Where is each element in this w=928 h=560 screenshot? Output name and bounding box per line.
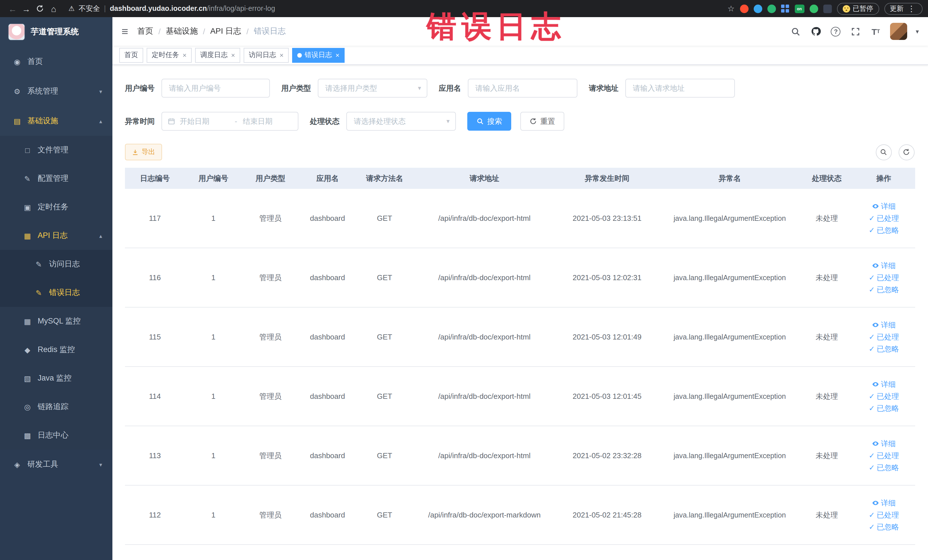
action-ignored[interactable]: ✓ 已忽略 [868,284,899,295]
action-detail[interactable]: 详细 [872,379,896,389]
browser-back-icon[interactable]: ← [6,2,20,15]
breadcrumb-api-logs[interactable]: API 日志 [210,26,241,37]
extension-icon-red[interactable] [740,4,748,13]
close-icon[interactable]: × [335,51,339,59]
browser-home-icon[interactable]: ⌂ [47,2,61,15]
close-icon[interactable]: × [182,51,186,59]
cell-status: 未处理 [801,391,852,401]
user-id-input[interactable] [162,79,269,97]
sidebar-item-redis-monitor[interactable]: ◆ Redis 监控 [0,336,112,364]
process-status-select-input[interactable] [347,112,455,130]
tab-access-logs[interactable]: 访问日志 × [244,48,289,63]
export-button[interactable]: 导出 [125,144,162,160]
extension-icon-green-circle[interactable] [767,4,776,13]
extension-icon-dark[interactable] [823,4,832,13]
action-ignored-label: 已忽略 [877,344,899,354]
action-processed[interactable]: ✓ 已处理 [868,510,899,520]
extension-icon-blue-drop[interactable] [753,4,762,13]
not-secure-warning-icon: ⚠ [69,5,75,12]
action-ignored[interactable]: ✓ 已忽略 [868,225,899,235]
sidebar-item-file-management[interactable]: □ 文件管理 [0,136,112,164]
sidebar-item-infrastructure[interactable]: ▤ 基础设施 ▴ [0,106,112,136]
action-ignored[interactable]: ✓ 已忽略 [868,462,899,473]
sidebar-item-link-tracing[interactable]: ◎ 链路追踪 [0,392,112,421]
check-icon: ✓ [868,392,875,401]
action-processed[interactable]: ✓ 已处理 [868,450,899,461]
breadcrumb-infrastructure[interactable]: 基础设施 [166,26,198,37]
sidebar-item-java-monitor[interactable]: ▧ Java 监控 [0,364,112,392]
user-avatar[interactable] [890,23,907,40]
request-url-input[interactable] [626,79,734,97]
sidebar-item-home[interactable]: ◉ 首页 [0,47,112,76]
sidebar-item-api-logs[interactable]: ▦ API 日志 ▴ [0,221,112,250]
sidebar-item-access-logs[interactable]: ✎ 访问日志 [0,250,112,278]
sidebar-item-dev-tools[interactable]: ◈ 研发工具 ▾ [0,450,112,479]
cell-app-name: dashboard [299,511,356,519]
user-type-select-input[interactable] [318,79,427,97]
extension-icon-grid[interactable] [781,4,789,13]
search-icon [476,117,484,125]
action-detail-label: 详细 [881,379,896,389]
action-detail[interactable]: 详细 [872,498,896,508]
action-ignored-label: 已忽略 [877,225,899,235]
browser-refresh-icon[interactable] [33,2,47,15]
action-processed[interactable]: ✓ 已处理 [868,272,899,283]
breadcrumb-home[interactable]: 首页 [137,26,153,37]
cell-user-type: 管理员 [242,510,299,520]
close-icon[interactable]: × [230,51,235,59]
cell-user-id: 1 [185,273,242,282]
sidebar-item-mysql-monitor[interactable]: ▦ MySQL 监控 [0,307,112,336]
action-ignored[interactable]: ✓ 已忽略 [868,522,899,532]
sidebar-logo[interactable]: 芋道管理系统 [0,17,112,47]
cell-log-id: 115 [125,333,185,341]
help-icon[interactable]: ? [830,26,841,37]
tab-error-logs[interactable]: 错误日志 × [292,48,345,63]
tab-dispatch-logs[interactable]: 调度日志 × [195,48,240,63]
hamburger-icon[interactable]: ≡ [122,26,128,37]
action-ignored[interactable]: ✓ 已忽略 [868,403,899,414]
sidebar-item-config-management[interactable]: ✎ 配置管理 [0,164,112,193]
exception-time-range-picker[interactable]: 开始日期 - 结束日期 [162,112,298,131]
browser-forward-icon[interactable]: → [20,2,33,15]
avatar-caret-icon[interactable]: ▾ [916,27,919,35]
app-name-input[interactable] [469,79,577,97]
action-detail[interactable]: 详细 [872,438,896,449]
toggle-search-button[interactable] [876,144,891,160]
sidebar-item-scheduled-tasks[interactable]: ▣ 定时任务 [0,193,112,221]
cell-exception-name: java.lang.IllegalArgumentException [658,452,801,459]
refresh-table-button[interactable] [898,144,914,160]
github-icon[interactable] [810,26,821,37]
action-ignored[interactable]: ✓ 已忽略 [868,344,899,354]
tab-home[interactable]: 首页 [119,48,143,63]
tab-scheduled-tasks[interactable]: 定时任务 × [147,48,192,63]
extension-icon-leaf[interactable] [809,4,818,13]
extension-icon-on-badge[interactable]: on [795,4,804,13]
action-processed[interactable]: ✓ 已处理 [868,391,899,401]
check-icon: ✓ [868,511,875,519]
close-icon[interactable]: × [279,51,284,59]
cell-request-url: /api/infra/db-doc/export-html [413,273,556,282]
search-icon[interactable] [790,26,801,37]
cell-actions: 详细 ✓ 已处理 ✓ 已忽略 [852,320,915,354]
update-pill-button[interactable]: 更新 ⋮ [884,3,922,15]
app-name-label: 应用名 [439,83,461,93]
fullscreen-icon[interactable] [850,26,862,37]
action-processed[interactable]: ✓ 已处理 [868,332,899,342]
action-detail[interactable]: 详细 [872,320,896,330]
action-detail[interactable]: 详细 [872,261,896,271]
reset-button[interactable]: 重置 [520,112,564,131]
action-processed[interactable]: ✓ 已处理 [868,213,899,223]
user-type-select[interactable]: ▾ [318,79,427,98]
process-status-select[interactable]: ▾ [346,112,456,131]
address-bar[interactable]: ⚠ 不安全 | dashboard.yudao.iocoder.cn/infra… [69,4,275,14]
start-date-placeholder: 开始日期 [180,116,229,127]
bookmark-star-icon[interactable]: ☆ [728,4,734,13]
annotation-error-log: 错误日志 [427,7,566,47]
sidebar-item-log-center[interactable]: ▩ 日志中心 [0,421,112,450]
sidebar-item-system-management[interactable]: ⚙ 系统管理 ▾ [0,76,112,106]
sidebar-item-error-logs[interactable]: ✎ 错误日志 [0,278,112,307]
paused-pill-button[interactable]: 已暂停 [837,3,879,15]
action-detail[interactable]: 详细 [872,201,896,211]
search-button[interactable]: 搜索 [467,112,511,131]
font-size-icon[interactable]: TT [870,26,882,37]
